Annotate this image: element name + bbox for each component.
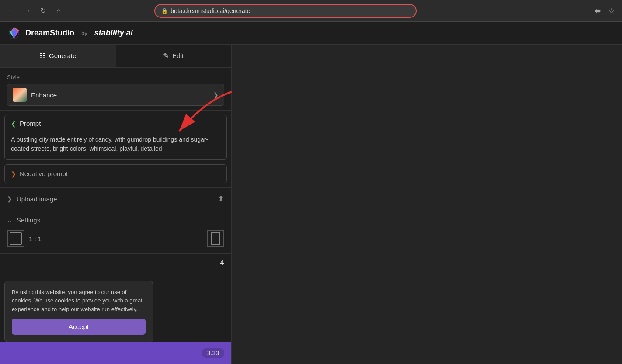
brand-by: by — [81, 30, 87, 36]
prompt-text[interactable]: A bustling city made entirely of candy, … — [11, 135, 220, 153]
aspect-ratio-label: 1 : 1 — [29, 235, 42, 243]
style-selector[interactable]: Enhance ❯ — [7, 84, 224, 106]
bookmark-button[interactable]: ☆ — [606, 4, 617, 17]
generate-icon: ☷ — [39, 52, 45, 60]
url-text: beta.dreamstudio.ai/generate — [170, 7, 250, 14]
style-chevron-icon: ❯ — [213, 91, 219, 98]
prompt-chevron-icon: ❮ — [11, 120, 16, 127]
tab-generate-label: Generate — [49, 52, 76, 59]
upload-section[interactable]: ❯ Upload image ⬍ — [0, 187, 231, 210]
address-bar[interactable]: 🔒 beta.dreamstudio.ai/generate — [154, 4, 417, 18]
aspect-tall-inner — [211, 232, 220, 245]
edit-icon: ✎ — [163, 52, 169, 60]
settings-chevron-icon: ⌄ — [7, 217, 12, 224]
bottom-bar: 3.33 — [0, 342, 231, 364]
image-count: 4 — [220, 258, 224, 267]
back-button[interactable]: ← — [5, 5, 17, 17]
brand-name: DreamStudio — [25, 28, 74, 38]
accept-button[interactable]: Accept — [12, 319, 146, 335]
cookie-banner: By using this website, you agree to our … — [4, 281, 153, 343]
prompt-header[interactable]: ❮ Prompt — [5, 115, 226, 132]
browser-chrome: ← → ↻ ⌂ 🔒 beta.dreamstudio.ai/generate ⬌… — [0, 0, 622, 22]
canvas-area — [232, 45, 622, 364]
credits-badge: 3.33 — [202, 348, 224, 358]
browser-actions: ⬌ ☆ — [593, 4, 617, 17]
prompt-section: ❮ Prompt A bustling city made entirely o… — [4, 115, 227, 160]
settings-label: Settings — [17, 216, 40, 224]
settings-section: ⌄ Settings 1 : 1 — [0, 210, 231, 253]
reload-button[interactable]: ↻ — [37, 5, 49, 17]
tab-edit[interactable]: ✎ Edit — [116, 45, 232, 67]
style-thumbnail — [13, 88, 27, 102]
negative-prompt-section: ❯ Negative prompt — [4, 164, 227, 183]
logo-gem — [7, 26, 21, 40]
app-header: DreamStudio by stability·ai — [0, 22, 622, 45]
style-section: Style Enhance ❯ — [0, 68, 231, 111]
stability-ai-label: stability·ai — [94, 28, 133, 38]
tab-generate[interactable]: ☷ Generate — [0, 45, 116, 67]
lock-icon: 🔒 — [161, 8, 168, 14]
aspect-square-inner — [10, 232, 22, 245]
logo-area: DreamStudio by stability·ai — [7, 26, 133, 40]
negative-prompt-header[interactable]: ❯ Negative prompt — [5, 165, 226, 183]
negative-prompt-chevron-icon: ❯ — [11, 170, 16, 177]
settings-header[interactable]: ⌄ Settings — [7, 216, 224, 224]
aspect-ratio-row: 1 : 1 — [7, 230, 224, 247]
upload-label: Upload image — [17, 195, 57, 203]
style-left: Enhance — [13, 88, 57, 102]
upload-chevron-icon: ❯ — [7, 195, 12, 202]
upload-share-icon: ⬍ — [218, 194, 224, 204]
cookie-text: By using this website, you agree to our … — [12, 288, 146, 314]
negative-prompt-title: Negative prompt — [20, 170, 68, 177]
prompt-body: A bustling city made entirely of candy, … — [5, 132, 226, 159]
style-section-label: Style — [7, 74, 224, 80]
tab-edit-label: Edit — [172, 52, 184, 59]
aspect-ratio-square-icon[interactable] — [7, 230, 24, 247]
count-row: 4 — [0, 253, 231, 272]
share-button[interactable]: ⬌ — [593, 4, 603, 17]
tab-bar: ☷ Generate ✎ Edit — [0, 45, 231, 68]
style-name: Enhance — [31, 91, 57, 99]
home-button[interactable]: ⌂ — [52, 5, 65, 17]
upload-left: ❯ Upload image — [7, 195, 57, 203]
forward-button[interactable]: → — [21, 5, 33, 17]
sidebar-content: Style Enhance ❯ ❮ Prompt A bustling city… — [0, 68, 231, 272]
aspect-ratio-tall-icon[interactable] — [207, 230, 224, 247]
prompt-title: Prompt — [20, 120, 41, 127]
